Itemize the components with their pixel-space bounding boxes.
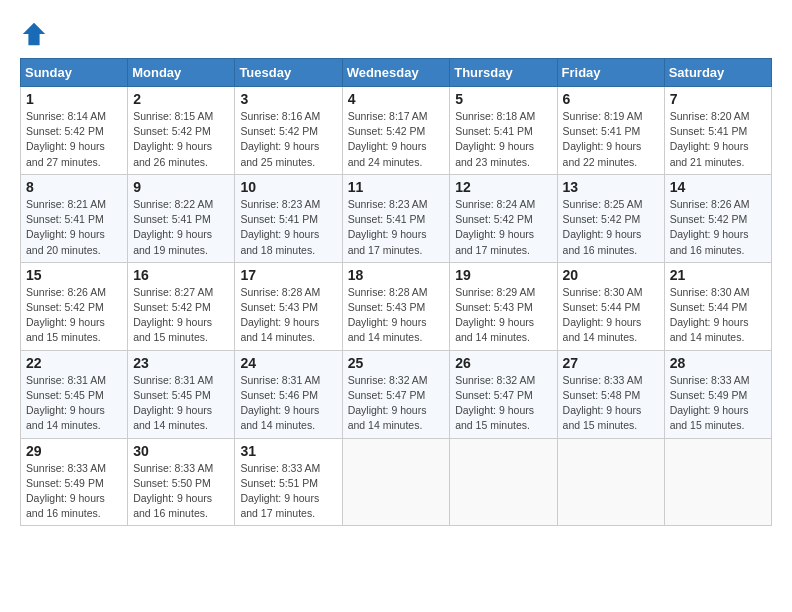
day-info: Sunrise: 8:30 AMSunset: 5:44 PMDaylight:… [670, 285, 766, 346]
day-number: 27 [563, 355, 659, 371]
day-number: 4 [348, 91, 445, 107]
day-number: 28 [670, 355, 766, 371]
day-info: Sunrise: 8:30 AMSunset: 5:44 PMDaylight:… [563, 285, 659, 346]
day-number: 22 [26, 355, 122, 371]
calendar-cell: 4Sunrise: 8:17 AMSunset: 5:42 PMDaylight… [342, 87, 450, 175]
calendar-cell: 9Sunrise: 8:22 AMSunset: 5:41 PMDaylight… [128, 174, 235, 262]
day-number: 23 [133, 355, 229, 371]
calendar-cell [342, 438, 450, 526]
calendar-cell: 20Sunrise: 8:30 AMSunset: 5:44 PMDayligh… [557, 262, 664, 350]
calendar-cell: 29Sunrise: 8:33 AMSunset: 5:49 PMDayligh… [21, 438, 128, 526]
calendar-week-1: 1Sunrise: 8:14 AMSunset: 5:42 PMDaylight… [21, 87, 772, 175]
calendar-cell: 22Sunrise: 8:31 AMSunset: 5:45 PMDayligh… [21, 350, 128, 438]
calendar-cell: 11Sunrise: 8:23 AMSunset: 5:41 PMDayligh… [342, 174, 450, 262]
calendar-cell: 14Sunrise: 8:26 AMSunset: 5:42 PMDayligh… [664, 174, 771, 262]
logo [20, 20, 52, 48]
day-number: 7 [670, 91, 766, 107]
weekday-header-thursday: Thursday [450, 59, 557, 87]
calendar-cell [664, 438, 771, 526]
day-info: Sunrise: 8:33 AMSunset: 5:51 PMDaylight:… [240, 461, 336, 522]
day-info: Sunrise: 8:18 AMSunset: 5:41 PMDaylight:… [455, 109, 551, 170]
calendar-cell: 31Sunrise: 8:33 AMSunset: 5:51 PMDayligh… [235, 438, 342, 526]
day-number: 2 [133, 91, 229, 107]
calendar-week-3: 15Sunrise: 8:26 AMSunset: 5:42 PMDayligh… [21, 262, 772, 350]
calendar-week-4: 22Sunrise: 8:31 AMSunset: 5:45 PMDayligh… [21, 350, 772, 438]
day-info: Sunrise: 8:33 AMSunset: 5:49 PMDaylight:… [670, 373, 766, 434]
calendar-cell [450, 438, 557, 526]
day-number: 11 [348, 179, 445, 195]
weekday-header-saturday: Saturday [664, 59, 771, 87]
day-info: Sunrise: 8:33 AMSunset: 5:49 PMDaylight:… [26, 461, 122, 522]
calendar-cell: 3Sunrise: 8:16 AMSunset: 5:42 PMDaylight… [235, 87, 342, 175]
calendar-cell: 19Sunrise: 8:29 AMSunset: 5:43 PMDayligh… [450, 262, 557, 350]
logo-icon [20, 20, 48, 48]
day-number: 16 [133, 267, 229, 283]
calendar-cell: 2Sunrise: 8:15 AMSunset: 5:42 PMDaylight… [128, 87, 235, 175]
weekday-header-sunday: Sunday [21, 59, 128, 87]
page-header [20, 20, 772, 48]
day-number: 9 [133, 179, 229, 195]
calendar-cell: 26Sunrise: 8:32 AMSunset: 5:47 PMDayligh… [450, 350, 557, 438]
weekday-header-row: SundayMondayTuesdayWednesdayThursdayFrid… [21, 59, 772, 87]
day-info: Sunrise: 8:23 AMSunset: 5:41 PMDaylight:… [348, 197, 445, 258]
day-info: Sunrise: 8:22 AMSunset: 5:41 PMDaylight:… [133, 197, 229, 258]
calendar-cell: 23Sunrise: 8:31 AMSunset: 5:45 PMDayligh… [128, 350, 235, 438]
day-info: Sunrise: 8:28 AMSunset: 5:43 PMDaylight:… [240, 285, 336, 346]
day-number: 29 [26, 443, 122, 459]
calendar-cell: 8Sunrise: 8:21 AMSunset: 5:41 PMDaylight… [21, 174, 128, 262]
day-info: Sunrise: 8:21 AMSunset: 5:41 PMDaylight:… [26, 197, 122, 258]
day-info: Sunrise: 8:31 AMSunset: 5:46 PMDaylight:… [240, 373, 336, 434]
calendar-cell: 13Sunrise: 8:25 AMSunset: 5:42 PMDayligh… [557, 174, 664, 262]
calendar-cell: 7Sunrise: 8:20 AMSunset: 5:41 PMDaylight… [664, 87, 771, 175]
calendar-cell: 27Sunrise: 8:33 AMSunset: 5:48 PMDayligh… [557, 350, 664, 438]
calendar-cell: 1Sunrise: 8:14 AMSunset: 5:42 PMDaylight… [21, 87, 128, 175]
calendar-cell: 21Sunrise: 8:30 AMSunset: 5:44 PMDayligh… [664, 262, 771, 350]
day-number: 19 [455, 267, 551, 283]
day-number: 1 [26, 91, 122, 107]
calendar-cell: 18Sunrise: 8:28 AMSunset: 5:43 PMDayligh… [342, 262, 450, 350]
day-number: 21 [670, 267, 766, 283]
day-number: 6 [563, 91, 659, 107]
calendar-cell: 10Sunrise: 8:23 AMSunset: 5:41 PMDayligh… [235, 174, 342, 262]
day-number: 30 [133, 443, 229, 459]
day-info: Sunrise: 8:27 AMSunset: 5:42 PMDaylight:… [133, 285, 229, 346]
calendar-cell: 16Sunrise: 8:27 AMSunset: 5:42 PMDayligh… [128, 262, 235, 350]
day-info: Sunrise: 8:16 AMSunset: 5:42 PMDaylight:… [240, 109, 336, 170]
day-info: Sunrise: 8:26 AMSunset: 5:42 PMDaylight:… [26, 285, 122, 346]
day-number: 31 [240, 443, 336, 459]
calendar-cell: 17Sunrise: 8:28 AMSunset: 5:43 PMDayligh… [235, 262, 342, 350]
calendar-cell [557, 438, 664, 526]
calendar-cell: 15Sunrise: 8:26 AMSunset: 5:42 PMDayligh… [21, 262, 128, 350]
day-info: Sunrise: 8:20 AMSunset: 5:41 PMDaylight:… [670, 109, 766, 170]
day-number: 3 [240, 91, 336, 107]
day-number: 13 [563, 179, 659, 195]
calendar-cell: 28Sunrise: 8:33 AMSunset: 5:49 PMDayligh… [664, 350, 771, 438]
weekday-header-wednesday: Wednesday [342, 59, 450, 87]
day-info: Sunrise: 8:28 AMSunset: 5:43 PMDaylight:… [348, 285, 445, 346]
day-number: 5 [455, 91, 551, 107]
calendar-table: SundayMondayTuesdayWednesdayThursdayFrid… [20, 58, 772, 526]
day-number: 17 [240, 267, 336, 283]
calendar-cell: 24Sunrise: 8:31 AMSunset: 5:46 PMDayligh… [235, 350, 342, 438]
day-info: Sunrise: 8:33 AMSunset: 5:48 PMDaylight:… [563, 373, 659, 434]
day-number: 24 [240, 355, 336, 371]
day-info: Sunrise: 8:32 AMSunset: 5:47 PMDaylight:… [455, 373, 551, 434]
day-info: Sunrise: 8:26 AMSunset: 5:42 PMDaylight:… [670, 197, 766, 258]
day-info: Sunrise: 8:19 AMSunset: 5:41 PMDaylight:… [563, 109, 659, 170]
day-info: Sunrise: 8:32 AMSunset: 5:47 PMDaylight:… [348, 373, 445, 434]
calendar-cell: 12Sunrise: 8:24 AMSunset: 5:42 PMDayligh… [450, 174, 557, 262]
calendar-cell: 6Sunrise: 8:19 AMSunset: 5:41 PMDaylight… [557, 87, 664, 175]
calendar-week-2: 8Sunrise: 8:21 AMSunset: 5:41 PMDaylight… [21, 174, 772, 262]
day-number: 26 [455, 355, 551, 371]
weekday-header-friday: Friday [557, 59, 664, 87]
day-number: 10 [240, 179, 336, 195]
day-info: Sunrise: 8:29 AMSunset: 5:43 PMDaylight:… [455, 285, 551, 346]
calendar-cell: 25Sunrise: 8:32 AMSunset: 5:47 PMDayligh… [342, 350, 450, 438]
day-info: Sunrise: 8:24 AMSunset: 5:42 PMDaylight:… [455, 197, 551, 258]
day-info: Sunrise: 8:23 AMSunset: 5:41 PMDaylight:… [240, 197, 336, 258]
day-number: 20 [563, 267, 659, 283]
day-info: Sunrise: 8:33 AMSunset: 5:50 PMDaylight:… [133, 461, 229, 522]
day-info: Sunrise: 8:17 AMSunset: 5:42 PMDaylight:… [348, 109, 445, 170]
day-number: 18 [348, 267, 445, 283]
day-number: 15 [26, 267, 122, 283]
